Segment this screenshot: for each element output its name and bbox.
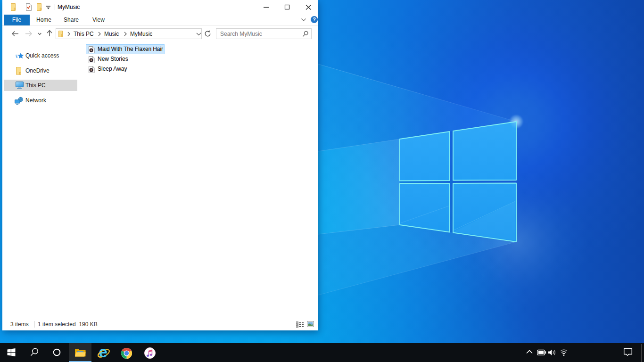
svg-text:e: e <box>99 346 107 360</box>
